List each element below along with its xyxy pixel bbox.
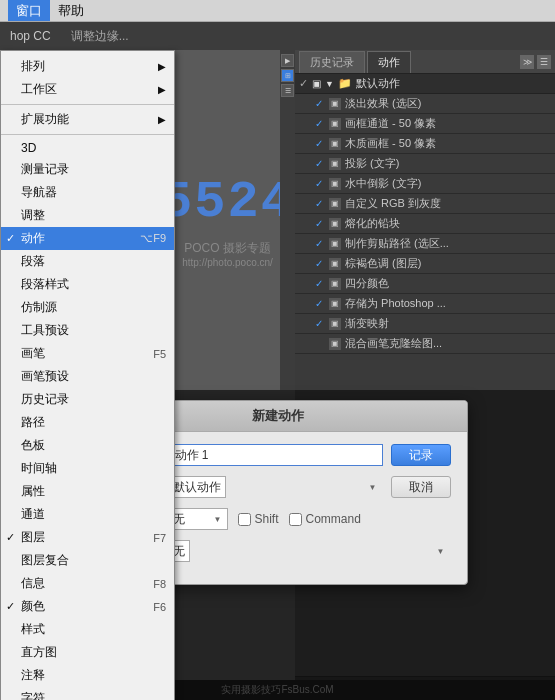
check-icon: ✓ (315, 258, 325, 269)
menu-help[interactable]: 帮助 (50, 0, 92, 21)
menu-item-clone-source[interactable]: 仿制源 (1, 296, 174, 319)
tab-actions[interactable]: 动作 (367, 51, 411, 73)
check-icon: ✓ (315, 338, 325, 349)
action-label: 棕褐色调 (图层) (345, 256, 421, 271)
canvas-url: http://photo.poco.cn/ (182, 257, 273, 268)
func-key-select[interactable]: 无 (168, 508, 228, 530)
menu-item-3d[interactable]: 3D (1, 138, 174, 158)
action-item[interactable]: ✓ ▣ 水中倒影 (文字) (295, 174, 555, 194)
action-label: 制作剪贴路径 (选区... (345, 236, 449, 251)
menu-item-swatches[interactable]: 色板 (1, 434, 174, 457)
menu-item-notes[interactable]: 注释 (1, 664, 174, 687)
command-label: Command (306, 512, 361, 526)
action-label: 四分颜色 (345, 276, 389, 291)
action-item[interactable]: ✓ ▣ 熔化的铅块 (295, 214, 555, 234)
action-icon: ▣ (329, 278, 341, 290)
app-title: hop CC (10, 29, 51, 43)
divider-2 (1, 134, 174, 135)
group-folder-icon: 📁 (338, 77, 352, 90)
action-label: 混合画笔克隆绘图... (345, 336, 442, 351)
menu-item-brush[interactable]: 画笔 F5 (1, 342, 174, 365)
action-item[interactable]: ✓ ▣ 投影 (文字) (295, 154, 555, 174)
action-item[interactable]: ✓ ▣ 自定义 RGB 到灰度 (295, 194, 555, 214)
color-select-wrapper: 无 (168, 540, 451, 562)
action-item[interactable]: ✓ ▣ 木质画框 - 50 像素 (295, 134, 555, 154)
panel-icon-1[interactable]: ≫ (520, 55, 534, 69)
action-label: 渐变映射 (345, 316, 389, 331)
action-item[interactable]: ✓ ▣ 棕褐色调 (图层) (295, 254, 555, 274)
menu-item-brush-presets[interactable]: 画笔预设 (1, 365, 174, 388)
menu-item-character[interactable]: 字符 (1, 687, 174, 700)
action-item[interactable]: ✓ ▣ 四分颜色 (295, 274, 555, 294)
menu-item-paths[interactable]: 路径 (1, 411, 174, 434)
menu-item-tool-presets[interactable]: 工具预设 (1, 319, 174, 342)
group-select[interactable]: 默认动作 (168, 476, 226, 498)
menu-item-styles[interactable]: 样式 (1, 618, 174, 641)
tool-btn-3[interactable]: ☰ (281, 84, 294, 97)
menu-item-color[interactable]: ✓ 颜色 F6 (1, 595, 174, 618)
check-icon: ✓ (315, 218, 325, 229)
action-item[interactable]: ✓ ▣ 渐变映射 (295, 314, 555, 334)
group-select-wrapper: 默认动作 (168, 476, 383, 498)
shift-checkbox[interactable] (238, 513, 251, 526)
cancel-button[interactable]: 取消 (391, 476, 451, 498)
group-arrow: ▼ (325, 79, 334, 89)
group-name: 默认动作 (356, 76, 400, 91)
menu-item-workspace[interactable]: 工作区 ▶ (1, 78, 174, 101)
canvas-area: 255243 POCO 摄影专题 http://photo.poco.cn/ (175, 50, 280, 390)
actions-group-header[interactable]: ✓ ▣ ▼ 📁 默认动作 (295, 74, 555, 94)
group-check-icon: ✓ (299, 77, 308, 90)
menu-item-arrange[interactable]: 排列 ▶ (1, 55, 174, 78)
check-icon: ✓ (315, 158, 325, 169)
action-icon: ▣ (329, 118, 341, 130)
check-icon: ✓ (315, 238, 325, 249)
tool-btn-1[interactable]: ▶ (281, 54, 294, 67)
menu-item-properties[interactable]: 属性 (1, 480, 174, 503)
menu-item-extensions[interactable]: 扩展功能 ▶ (1, 108, 174, 131)
action-item[interactable]: ✓ ▣ 画框通道 - 50 像素 (295, 114, 555, 134)
panel-tab-icons: ≫ ☰ (520, 55, 551, 73)
menu-item-paragraph-style[interactable]: 段落样式 (1, 273, 174, 296)
check-icon: ✓ (315, 118, 325, 129)
action-label: 淡出效果 (选区) (345, 96, 421, 111)
shift-checkbox-label: Shift (238, 512, 289, 526)
check-icon: ✓ (315, 198, 325, 209)
menu-item-layers[interactable]: ✓ 图层 F7 (1, 526, 174, 549)
menu-item-history[interactable]: 历史记录 (1, 388, 174, 411)
menu-item-info[interactable]: 信息 F8 (1, 572, 174, 595)
name-input[interactable] (168, 444, 383, 466)
menu-item-paragraph[interactable]: 段落 (1, 250, 174, 273)
group-icon: ▣ (312, 78, 321, 89)
command-checkbox[interactable] (289, 513, 302, 526)
menu-bar: 窗口 帮助 (0, 0, 555, 22)
record-button[interactable]: 记录 (391, 444, 451, 466)
menu-item-actions[interactable]: ✓ 动作 ⌥F9 (1, 227, 174, 250)
action-item[interactable]: ✓ ▣ 淡出效果 (选区) (295, 94, 555, 114)
tab-history[interactable]: 历史记录 (299, 51, 365, 73)
menu-item-layer-comps[interactable]: 图层复合 (1, 549, 174, 572)
action-label: 存储为 Photoshop ... (345, 296, 446, 311)
tool-btn-2[interactable]: ⊞ (281, 69, 294, 82)
menu-window[interactable]: 窗口 (8, 0, 50, 21)
menu-item-measurement[interactable]: 测量记录 (1, 158, 174, 181)
action-item[interactable]: ✓ ▣ 混合画笔克隆绘图... (295, 334, 555, 354)
action-label: 水中倒影 (文字) (345, 176, 421, 191)
command-checkbox-label: Command (289, 512, 371, 526)
menu-item-adjustments[interactable]: 调整 (1, 204, 174, 227)
panel-icon-2[interactable]: ☰ (537, 55, 551, 69)
side-tools: ▶ ⊞ ☰ (280, 50, 295, 390)
menu-item-histogram[interactable]: 直方图 (1, 641, 174, 664)
action-icon: ▣ (329, 138, 341, 150)
func-key-select-wrapper: 无 (168, 508, 228, 530)
check-icon: ✓ (315, 278, 325, 289)
action-item[interactable]: ✓ ▣ 制作剪贴路径 (选区... (295, 234, 555, 254)
menu-item-navigator[interactable]: 导航器 (1, 181, 174, 204)
menu-item-channels[interactable]: 通道 (1, 503, 174, 526)
check-icon: ✓ (315, 318, 325, 329)
action-icon: ▣ (329, 338, 341, 350)
action-item[interactable]: ✓ ▣ 存储为 Photoshop ... (295, 294, 555, 314)
check-icon: ✓ (315, 178, 325, 189)
main-area: 255243 POCO 摄影专题 http://photo.poco.cn/ ▶… (0, 50, 555, 700)
action-icon: ▣ (329, 218, 341, 230)
menu-item-timeline[interactable]: 时间轴 (1, 457, 174, 480)
